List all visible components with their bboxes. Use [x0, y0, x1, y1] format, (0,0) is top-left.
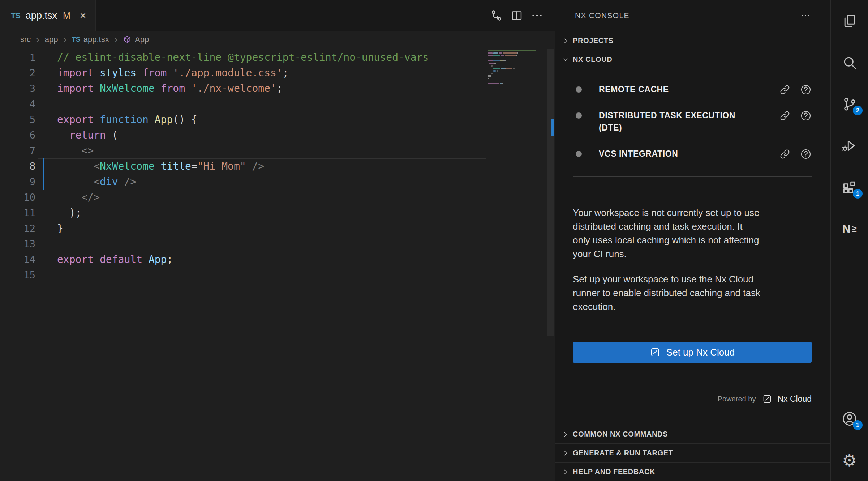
code-line[interactable]: export default App;	[57, 252, 429, 267]
activity-item-nx-console[interactable]: N≥	[831, 208, 868, 250]
section-label: HELP AND FEEDBACK	[573, 468, 655, 476]
breadcrumb-separator: ›	[63, 34, 66, 45]
code-line[interactable]: );	[57, 205, 429, 221]
text-line: Set up your workspace to use the Nx Clou…	[573, 272, 812, 286]
section-help-and-feedback[interactable]: HELP AND FEEDBACK	[555, 462, 830, 481]
panel-header: NX CONSOLE	[555, 0, 830, 31]
activity-item-extensions[interactable]: 1	[831, 166, 868, 208]
breadcrumb-item-app[interactable]: App	[123, 35, 149, 44]
code-line[interactable]: import NxWelcome from './nx-welcome';	[57, 81, 429, 96]
search-icon	[842, 55, 858, 71]
text-line: your CI runs.	[573, 247, 812, 261]
link-icon[interactable]	[779, 84, 791, 95]
activity-item-source-control[interactable]: 2	[831, 83, 868, 125]
code-line[interactable]: }	[57, 221, 429, 236]
activity-item-settings[interactable]: ⚙	[831, 439, 868, 481]
nx-console-icon: N≥	[842, 223, 857, 235]
status-badge: 1	[853, 189, 863, 199]
split-editor-icon[interactable]	[510, 9, 523, 22]
section-nx-cloud[interactable]: NX CLOUD	[555, 50, 830, 69]
text-line: distributed caching and task execution. …	[573, 220, 812, 233]
code-line[interactable]: export function App() {	[57, 112, 429, 127]
line-number[interactable]: 8	[0, 158, 35, 174]
line-number[interactable]: 15	[0, 267, 35, 283]
section-generate-run-target[interactable]: GENERATE & RUN TARGET	[555, 443, 830, 462]
editor-scrollbar[interactable]	[547, 49, 554, 336]
nx-cloud-logo-icon	[762, 394, 772, 404]
nx-console-panel: NX CONSOLE PROJECTS NX CLOUD REMOTE CACH…	[555, 0, 830, 481]
code-line[interactable]: </>	[57, 190, 429, 205]
link-icon[interactable]	[779, 110, 791, 122]
panel-title: NX CONSOLE	[575, 11, 629, 20]
link-icon[interactable]	[779, 148, 791, 160]
breadcrumb-item-app[interactable]: app	[45, 35, 58, 44]
status-dot	[576, 112, 582, 119]
line-number[interactable]: 3	[0, 81, 35, 96]
breadcrumb-item-src[interactable]: src	[20, 35, 31, 44]
code-line[interactable]: <div />	[57, 174, 429, 190]
help-icon[interactable]	[800, 148, 812, 160]
code-line[interactable]: <>	[57, 143, 429, 158]
code-line[interactable]	[57, 236, 429, 252]
run-debug-icon	[842, 138, 858, 154]
tab-app-tsx[interactable]: TS app.tsx M ×	[0, 0, 96, 31]
line-number[interactable]: 1	[0, 50, 35, 65]
code-line[interactable]: return (	[57, 127, 429, 143]
section-label: GENERATE & RUN TARGET	[573, 449, 673, 457]
code-line[interactable]: import styles from './app.module.css';	[57, 65, 429, 81]
activity-item-run-and-debug[interactable]	[831, 125, 868, 166]
line-number[interactable]: 7	[0, 143, 35, 158]
section-label: COMMON NX COMMANDS	[573, 430, 668, 438]
section-common-nx-commands[interactable]: COMMON NX COMMANDS	[555, 425, 830, 443]
code-line[interactable]	[57, 267, 429, 283]
line-numbers-gutter: 123456789101112131415	[0, 50, 35, 283]
powered-by: Powered by Nx Cloud	[573, 394, 812, 404]
line-number[interactable]: 14	[0, 252, 35, 267]
section-projects[interactable]: PROJECTS	[555, 31, 830, 50]
setup-nx-cloud-button[interactable]: Set up Nx Cloud	[573, 342, 812, 363]
line-number[interactable]: 9	[0, 174, 35, 190]
nx-cloud-item: REMOTE CACHE	[573, 83, 812, 95]
more-actions-icon[interactable]	[530, 9, 543, 22]
text-line: Your workspace is not currently set up t…	[573, 206, 812, 220]
breadcrumb-item-app-tsx[interactable]: TSapp.tsx	[72, 35, 109, 44]
close-tab-icon[interactable]: ×	[80, 10, 86, 21]
breadcrumb-label: App	[135, 35, 149, 44]
line-number[interactable]: 6	[0, 127, 35, 143]
tab-bar: TS app.tsx M ×	[0, 0, 555, 31]
editor-area: TS app.tsx M × src›app›TSapp.tsx›App 123…	[0, 0, 555, 481]
chevron-down-icon	[561, 55, 570, 64]
code-line[interactable]	[57, 96, 429, 112]
code-line[interactable]: // eslint-disable-next-line @typescript-…	[57, 50, 429, 65]
line-number[interactable]: 4	[0, 96, 35, 112]
chevron-right-icon	[561, 449, 570, 457]
nx-item-label: VCS INTEGRATION	[599, 148, 736, 160]
chevron-right-icon	[561, 468, 570, 476]
minimap[interactable]	[488, 50, 545, 88]
line-number[interactable]: 10	[0, 190, 35, 205]
overview-ruler-marker	[551, 119, 554, 136]
breadcrumb-separator: ›	[115, 34, 117, 45]
chevron-right-icon	[561, 430, 570, 439]
activity-item-search[interactable]	[831, 42, 868, 83]
help-icon[interactable]	[800, 84, 812, 95]
status-dot	[576, 151, 582, 157]
nx-cloud-body: REMOTE CACHEDISTRIBUTED TASK EXECUTION (…	[555, 69, 830, 425]
code-editor[interactable]: 123456789101112131415 // eslint-disable-…	[0, 48, 555, 481]
files-icon	[842, 13, 858, 29]
activity-item-accounts[interactable]: 1	[831, 398, 868, 439]
more-actions-icon[interactable]	[800, 10, 811, 21]
line-number[interactable]: 5	[0, 112, 35, 127]
line-number[interactable]: 13	[0, 236, 35, 252]
ts-file-icon: TS	[11, 11, 21, 20]
line-number[interactable]: 12	[0, 221, 35, 236]
code-line[interactable]: <NxWelcome title="Hi Mom" />	[57, 158, 429, 174]
help-icon[interactable]	[800, 110, 812, 122]
breadcrumb-separator: ›	[36, 34, 39, 45]
line-number[interactable]: 2	[0, 65, 35, 81]
nx-cloud-item: DISTRIBUTED TASK EXECUTION (DTE)	[573, 109, 812, 134]
activity-item-explorer[interactable]	[831, 0, 868, 42]
nx-cloud-items: REMOTE CACHEDISTRIBUTED TASK EXECUTION (…	[573, 83, 812, 160]
open-changes-icon[interactable]	[490, 9, 503, 22]
line-number[interactable]: 11	[0, 205, 35, 221]
